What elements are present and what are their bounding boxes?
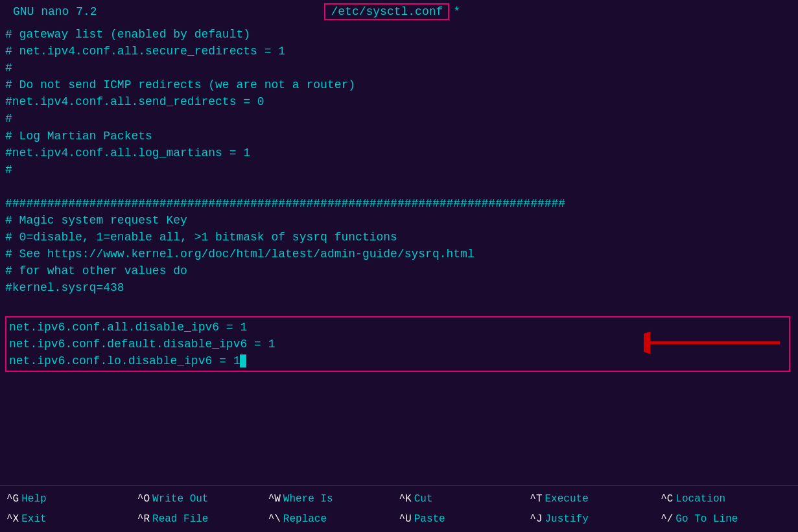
shortcut-key: ^X [6,513,19,525]
code-line: #net.ipv4.conf.all.send_redirects = 0 [5,93,793,110]
shortcut-justify[interactable]: ^J Justify [530,513,661,525]
code-line: # See https://www.kernel.org/doc/html/la… [5,246,793,262]
shortcut-label: Replace [283,513,327,525]
shortcut-key: ^J [530,513,542,525]
shortcut-label: Execute [545,493,589,505]
shortcut-exit[interactable]: ^X Exit [6,513,137,525]
code-line: # Do not send ICMP redirects (we are not… [5,76,793,93]
footer: ^G Help ^O Write Out ^W Where Is ^K Cut … [0,485,798,532]
shortcut-label: Where Is [283,493,333,505]
code-line: #kernel.sysrq=438 [5,279,793,296]
shortcut-label: Exit [21,513,46,525]
shortcut-execute[interactable]: ^T Execute [530,493,661,505]
shortcut-help[interactable]: ^G Help [6,493,137,505]
code-line: # net.ipv4.conf.all.secure_redirects = 1 [5,43,793,60]
code-line: # Log Martian Packets [5,128,793,145]
code-line: # gateway list (enabled by default) [5,26,793,43]
shortcut-key: ^O [137,493,150,505]
code-line: # Magic system request Key [5,212,793,229]
shortcut-key: ^C [661,493,673,505]
shortcut-replace[interactable]: ^\ Replace [268,513,399,525]
shortcut-key: ^G [6,493,19,505]
code-line: # 0=disable, 1=enable all, >1 bitmask of… [5,229,793,246]
shortcut-key: ^U [399,513,411,525]
file-title: /etc/sysctl.conf [331,5,443,18]
shortcut-key: ^/ [661,513,673,525]
app-title: GNU nano 7.2 [13,5,97,18]
shortcut-row-1: ^G Help ^O Write Out ^W Where Is ^K Cut … [0,489,798,509]
header: GNU nano 7.2 /etc/sysctl.conf * [0,0,798,23]
shortcut-row-2: ^X Exit ^R Read File ^\ Replace ^U Paste… [0,509,798,530]
shortcut-label: Help [21,493,46,505]
file-title-container: /etc/sysctl.conf [324,3,449,20]
shortcut-location[interactable]: ^C Location [661,493,792,505]
highlighted-line: net.ipv6.conf.lo.disable_ipv6 = 1 [9,353,786,369]
arrow [644,331,786,354]
code-line: # for what other values do [5,262,793,279]
shortcut-key: ^K [399,493,411,505]
shortcut-label: Paste [414,513,445,525]
red-arrow-icon [644,331,786,354]
code-line: # [5,110,793,127]
shortcut-label: Cut [414,493,433,505]
code-line: ########################################… [5,195,793,212]
editor[interactable]: # gateway list (enabled by default) # ne… [0,23,798,485]
shortcut-label: Write Out [152,493,208,505]
shortcut-key: ^T [530,493,542,505]
code-line: # [5,161,793,178]
empty-line [5,297,793,314]
shortcut-key: ^\ [268,513,281,525]
shortcut-cut[interactable]: ^K Cut [399,493,530,505]
shortcut-paste[interactable]: ^U Paste [399,513,530,525]
shortcut-label: Read File [152,513,208,525]
shortcut-write-out[interactable]: ^O Write Out [137,493,268,505]
app: GNU nano 7.2 /etc/sysctl.conf * # gatewa… [0,0,798,532]
shortcut-label: Location [675,493,725,505]
shortcut-read-file[interactable]: ^R Read File [137,513,268,525]
code-line: # [5,60,793,76]
shortcut-label: Go To Line [675,513,738,525]
shortcut-label: Justify [545,513,589,525]
cursor [240,354,246,367]
shortcut-key: ^W [268,493,281,505]
shortcut-key: ^R [137,513,150,525]
shortcut-go-to-line[interactable]: ^/ Go To Line [661,513,792,525]
modified-indicator: * [453,5,460,18]
empty-line [5,178,793,195]
shortcut-where-is[interactable]: ^W Where Is [268,493,399,505]
code-line: #net.ipv4.conf.all.log_martians = 1 [5,145,793,161]
